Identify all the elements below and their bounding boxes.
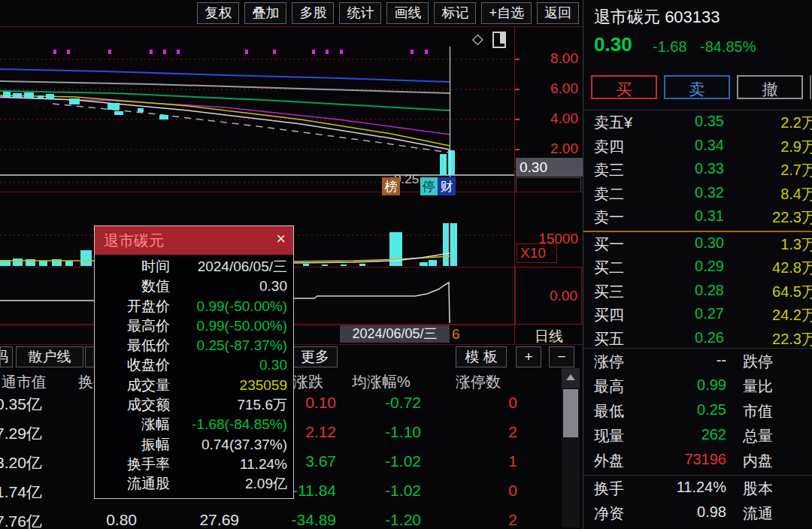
scroll-up-button[interactable] [562,368,580,388]
tt-label: 最低价 [98,336,170,355]
zoom-out-button[interactable]: − [549,346,574,367]
current-price-tag: 0.30 [516,158,584,177]
tt-value: 11.24% [170,455,287,474]
tab-partial[interactable]: 码 [0,346,13,367]
col-header-change[interactable]: 涨跌 [293,372,323,392]
tt-value: 0.99(-50.00%) [170,297,287,316]
data-tooltip: 退市碳元 × 时间2024/06/05/三 数值0.30 开盘价0.99(-50… [94,225,294,499]
draw-line-button[interactable]: 画线 [386,2,429,24]
axis-label: 2.00 [550,141,578,157]
ma-lines [0,69,450,153]
stock-title: 退市碳元 603133 [594,6,720,29]
signal-dots [53,50,428,54]
scrollbar-thumb[interactable] [563,389,578,437]
bid-row-1[interactable]: 买一0.301.3万 [583,234,812,255]
restore-rights-button[interactable]: 复权 [197,2,239,24]
tt-value: 2.09亿 [170,474,287,494]
last-price: 0.30 [594,33,632,56]
bid-row-3[interactable]: 买三0.2864.5万 [583,282,812,303]
stock-name: 退市碳元 [594,8,660,26]
tt-label: 开盘价 [98,297,170,316]
finance-badge[interactable]: 财 [438,177,456,195]
col-header-marketcap[interactable]: 通市值 [2,372,47,392]
axis-label: 4.00 [550,110,578,127]
tt-label: 涨幅 [98,415,170,434]
tt-label: 成交额 [98,395,170,415]
tt-label: 振幅 [98,435,170,455]
sell-button[interactable]: 卖 [664,75,730,99]
back-button[interactable]: 返回 [537,2,579,24]
svg-text:榜: 榜 [385,180,398,194]
tt-label: 成交量 [98,376,170,395]
tt-label: 收盘价 [98,355,170,375]
tt-label: 换手率 [98,455,170,474]
bid-row-2[interactable]: 买二0.2942.8万 [583,258,812,279]
axis-pane-divider [515,192,583,192]
ask-row-2[interactable]: 卖二0.328.4万 [583,184,812,205]
ask-row-4[interactable]: 卖四0.342.9万 [583,137,812,158]
panel-divider [583,475,812,476]
price-change: -1.68 [653,38,687,56]
diamond-icon[interactable]: ◇ [472,30,483,47]
axis-tick [515,89,520,90]
more-button[interactable]: 更多 [292,346,338,367]
tt-value: 0.25(-87.37%) [170,336,287,355]
axis-label: 8.00 [550,50,578,67]
tab-retail-line[interactable]: 散户线 [16,346,83,367]
col-header-limit-count[interactable]: 涨停数 [456,372,501,392]
ask-row-1[interactable]: 卖一0.3122.3万 [583,207,812,228]
quote-panel: 退市碳元 603133 0.30 -1.68 -84.85% 买 卖 撤 卖五¥… [583,0,812,529]
tt-value: 235059 [170,376,287,395]
buy-button[interactable]: 买 [591,75,657,99]
tt-label: 数值 [98,277,170,296]
stat-row: 涨停--跌停 [583,352,812,373]
volume-multiplier-tag: X10 [517,243,557,263]
tt-label: 流通股 [98,474,170,494]
stat-row: 换手11.24%股本 [583,479,812,500]
tooltip-body: 时间2024/06/05/三 数值0.30 开盘价0.99(-50.00%) 最… [95,255,293,498]
tt-value: 715.6万 [170,395,287,415]
zoom-in-button[interactable]: + [516,346,541,367]
price-axis: 8.00 6.00 4.00 2.00 0.30 15000 X10 0.00 … [514,27,583,344]
axis-label: 6.00 [550,80,578,97]
cancel-button[interactable]: 撤 [737,75,803,99]
multi-stock-button[interactable]: 多股 [292,2,334,24]
tt-value: 2024/06/05/三 [170,257,287,277]
price-tag-outline [516,177,581,192]
stock-code: 603133 [665,8,720,26]
clipped-button-edge [810,75,811,99]
tooltip-header[interactable]: 退市碳元 × [95,226,293,255]
add-watchlist-button[interactable]: +自选 [481,2,532,24]
ask-row-3[interactable]: 卖三0.332.7万 [583,160,812,181]
axis-tick [515,149,520,150]
top-toolbar: 复权 叠加 多股 统计 画线 标记 +自选 返回 [0,0,581,26]
rank-badge[interactable]: 榜 [382,177,400,195]
axis-tick [515,119,520,120]
tt-value: 0.99(-50.00%) [170,316,287,336]
trading-terminal: 复权 叠加 多股 统计 画线 标记 +自选 返回 [0,0,812,529]
close-icon[interactable]: × [276,229,286,249]
halt-badge[interactable]: 停 [420,177,438,195]
bid-row-5[interactable]: 买五0.2622.3万 [583,329,812,350]
svg-text:财: 财 [441,180,453,194]
bid-ask-divider [583,231,812,232]
template-button[interactable]: 模 板 [456,346,507,367]
mark-button[interactable]: 标记 [434,2,476,24]
indicator-axis-box: 0.00 [515,267,582,325]
bid-row-4[interactable]: 买四0.2724.2万 [583,305,812,326]
stat-row: 现量262总量 [583,426,812,447]
tooltip-title: 退市碳元 [104,231,164,251]
stat-row: 最低0.25市值 [583,401,812,422]
tt-value: -1.68(-84.85%) [170,415,287,434]
overlay-button[interactable]: 叠加 [244,2,286,24]
split-view-icon[interactable] [492,32,506,48]
svg-text:停: 停 [423,180,435,194]
ask-row-5[interactable]: 卖五¥0.352.2万 [583,113,812,134]
price-change-pct: -84.85% [700,38,756,56]
panel-divider [583,348,812,349]
table-scrollbar[interactable] [562,368,580,527]
up-arrow-icon [566,374,575,380]
crosshair-date-label: 2024/06/05/三 [340,325,450,343]
col-header-avg-change[interactable]: 均涨幅% [352,372,411,392]
statistics-button[interactable]: 统计 [339,2,381,24]
